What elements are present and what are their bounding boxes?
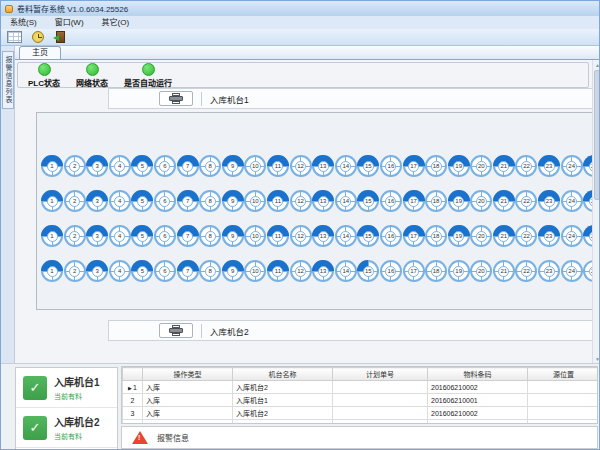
machine2-print-button[interactable] <box>159 323 193 338</box>
table-cell[interactable] <box>428 420 528 425</box>
table-cell[interactable]: 入库机台2 <box>233 381 333 394</box>
reel-slot-number: 22 <box>521 231 532 242</box>
table-row[interactable]: 3入库入库机台2201606210002 <box>123 407 599 420</box>
reel-slot-icon: 24 <box>561 225 583 247</box>
grid-corner[interactable] <box>123 368 143 381</box>
reel-slot-icon: 11 <box>267 225 289 247</box>
reel-slot-number: 13 <box>318 231 329 242</box>
scroll-down-icon[interactable]: ▼ <box>593 354 600 363</box>
reel-slot-icon: 15 <box>357 260 379 282</box>
reel-slot-icon: 16 <box>380 190 402 212</box>
reel-slot-icon: 10 <box>244 190 266 212</box>
side-dock-tab[interactable]: 报警信息列表 <box>2 51 14 109</box>
reel-slot-icon: 10 <box>244 225 266 247</box>
table-cell[interactable]: 入库机台2 <box>233 407 333 420</box>
grid-column-header-1[interactable]: 操作类型 <box>143 368 233 381</box>
reel-slot-icon: 10 <box>244 155 266 177</box>
reel-slot-number: 6 <box>159 161 170 172</box>
plc-status-lamp <box>38 63 51 76</box>
table-cell[interactable] <box>528 420 599 425</box>
table-button[interactable] <box>4 30 25 45</box>
reel-slot-number: 10 <box>250 196 261 207</box>
reel-slot-number: 22 <box>521 196 532 207</box>
grid-header-row: 操作类型机台名称计划单号物料条码源位置 <box>123 368 599 381</box>
reel-slot-icon: 18 <box>425 155 447 177</box>
table-row[interactable]: ▶1入库入库机台2201606210002 <box>123 381 599 394</box>
machine1-print-button[interactable] <box>159 91 193 106</box>
alarm-label: 报警信息 <box>157 432 189 443</box>
reel-slot-number: 9 <box>227 161 238 172</box>
grid-column-header-5[interactable]: 源位置 <box>528 368 599 381</box>
table-cell[interactable]: 201606210001 <box>428 394 528 407</box>
reel-slot-number: 3 <box>92 266 103 277</box>
reel-slot-icon: 19 <box>448 260 470 282</box>
table-cell[interactable]: 201606210002 <box>428 407 528 420</box>
grid-column-header-4[interactable]: 物料条码 <box>428 368 528 381</box>
table-cell[interactable] <box>528 407 599 420</box>
table-cell[interactable]: 入库 <box>143 394 233 407</box>
reel-slot-icon: 20 <box>470 260 492 282</box>
reel-slot-number: 17 <box>408 266 419 277</box>
reel-slot-icon: 4 <box>109 190 131 212</box>
table-cell[interactable] <box>143 420 233 425</box>
reel-slot-icon: 17 <box>403 260 425 282</box>
header-separator <box>201 92 202 106</box>
reel-slot-number: 6 <box>159 266 170 277</box>
row-header[interactable]: 3 <box>123 407 143 420</box>
plc-status-label: PLC状态 <box>28 77 60 88</box>
menu-other[interactable]: 其它(O) <box>93 16 139 29</box>
reel-slot-number: 22 <box>521 161 532 172</box>
table-cell[interactable] <box>233 420 333 425</box>
table-row[interactable]: 2入库入库机台1201606210001 <box>123 394 599 407</box>
reel-slot-number: 11 <box>272 196 283 207</box>
table-cell[interactable]: 入库 <box>143 381 233 394</box>
table-cell[interactable] <box>333 394 428 407</box>
grid-column-header-2[interactable]: 机台名称 <box>233 368 333 381</box>
menu-system[interactable]: 系统(S) <box>1 16 46 29</box>
tab-strip: 主页 <box>15 46 600 59</box>
reel-slot-number: 23 <box>544 231 555 242</box>
reel-slot-number: 22 <box>521 266 532 277</box>
reel-slot-icon: 19 <box>448 190 470 212</box>
reel-slot-icon: 22 <box>515 260 537 282</box>
table-cell[interactable]: 201606210002 <box>428 381 528 394</box>
reel-slot-icon: 11 <box>267 155 289 177</box>
table-cell[interactable] <box>333 381 428 394</box>
reel-slot-number: 5 <box>137 231 148 242</box>
grid-column-header-3[interactable]: 计划单号 <box>333 368 428 381</box>
slot-row-3: 1234567891011121314151617181920212223242… <box>41 225 593 247</box>
main-scrollbar[interactable]: ▲ ▼ <box>592 60 600 363</box>
reel-slot-icon: 16 <box>380 155 402 177</box>
table-cell[interactable] <box>528 394 599 407</box>
table-cell[interactable] <box>528 381 599 394</box>
reel-slot-number: 7 <box>182 161 193 172</box>
reel-slot-icon: 6 <box>154 155 176 177</box>
reel-slot-icon: 18 <box>425 260 447 282</box>
reel-slot-icon: 24 <box>561 260 583 282</box>
reel-slot-number: 4 <box>114 231 125 242</box>
reel-slot-number: 6 <box>159 231 170 242</box>
reel-slot-icon: 19 <box>448 225 470 247</box>
scroll-up-icon[interactable]: ▲ <box>593 60 600 69</box>
row-header[interactable]: ▶1 <box>123 381 143 394</box>
clock-button[interactable] <box>27 30 48 45</box>
table-cell[interactable]: 入库机台1 <box>233 394 333 407</box>
slot-panel-machine-1: 1234567891011121314151617181920212223242… <box>36 112 593 310</box>
exit-button[interactable] <box>50 30 71 45</box>
reel-slot-number: 6 <box>159 196 170 207</box>
reel-slot-icon: 7 <box>177 225 199 247</box>
table-cell[interactable] <box>333 407 428 420</box>
row-header[interactable]: 4 <box>123 420 143 425</box>
reel-slot-number: 4 <box>114 161 125 172</box>
table-cell[interactable]: 入库 <box>143 407 233 420</box>
tab-home[interactable]: 主页 <box>19 46 61 59</box>
menu-window[interactable]: 窗口(W) <box>46 16 93 29</box>
row-header[interactable]: 2 <box>123 394 143 407</box>
reel-slot-icon: 6 <box>154 260 176 282</box>
indicator-network: 网络状态 <box>76 63 108 88</box>
scroll-thumb[interactable] <box>594 70 600 200</box>
reel-slot-icon: 15 <box>357 225 379 247</box>
reel-slot-number: 16 <box>385 196 396 207</box>
table-cell[interactable] <box>333 420 428 425</box>
table-row-new[interactable]: 4 <box>123 420 599 425</box>
